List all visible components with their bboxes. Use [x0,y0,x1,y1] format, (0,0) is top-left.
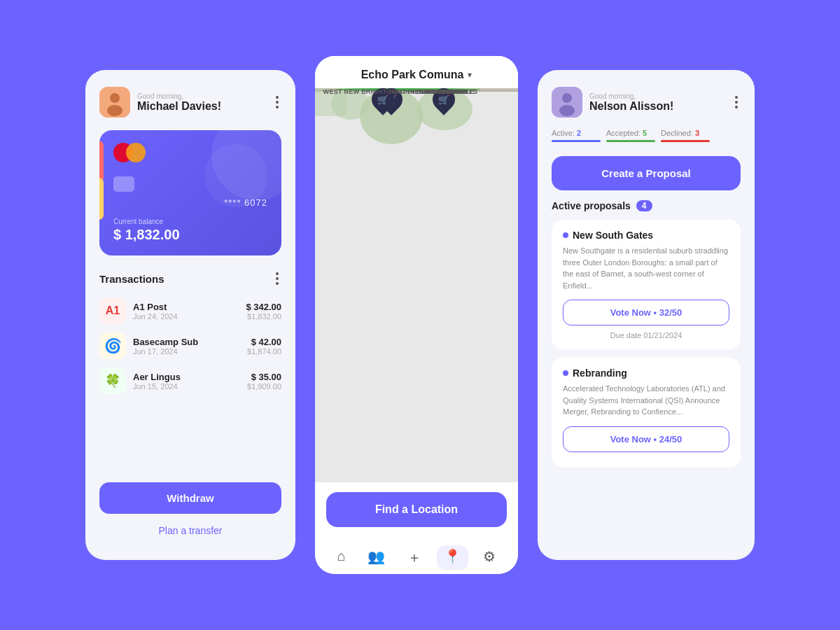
tx-name-aerlingus: Aer Lingus [133,372,240,382]
proposal-title-2: Rebranding [573,368,627,379]
stat-active-label: Active: 2 [552,129,601,137]
active-proposals-title: Active proposals [552,200,631,211]
due-date-1: Due date 01/21/2024 [563,331,729,340]
proposal-dot-1 [563,232,568,238]
tx-name-basecamp: Basecamp Sub [133,337,240,347]
map-label: TOMPKINSVILLE [421,88,475,95]
stat-declined-value: 3 [695,129,699,137]
proposal-header-1: New South Gates [563,230,729,241]
withdraw-button[interactable]: Withdraw [99,482,281,514]
banking-header: Good morning, Michael Davies! [99,87,281,118]
tx-balance-aerlingus: $1,909.00 [247,382,281,391]
banking-greeting: Good morning, [137,92,266,100]
proposals-panel: Good morning, Nelson Alisson! Active: 2 … [538,70,755,560]
tx-balance-basecamp: $1,874.00 [247,347,281,356]
nav-add[interactable]: ＋ [400,545,428,570]
proposals-greeting: Good morning, [589,92,725,100]
nav-home[interactable]: ⌂ [330,545,353,570]
stat-accepted-value: 5 [643,129,647,137]
tx-balance-a1post: $1,832.00 [246,312,281,321]
create-proposal-button[interactable]: Create a Proposal [552,156,741,190]
tx-icon-a1post: A1 [99,298,126,324]
map-footer: Find a Location [315,482,518,537]
card-balance-amount: $ 1,832.00 [113,227,267,243]
map-container[interactable]: WEST NEW BRIGHTON SILVER LAKE SUNNYSIDE … [315,88,518,482]
tx-info-a1post: A1 Post Jun 24, 2024 [133,302,239,321]
proposal-header-2: Rebranding [563,368,729,379]
map-navbar: ⌂ 👥 ＋ 📍 ⚙ [315,537,518,574]
map-label: WEST NEW BRIGHTON [323,88,397,95]
table-row[interactable]: A1 A1 Post Jun 24, 2024 $ 342.00 $1,832.… [99,298,281,324]
nav-location[interactable]: 📍 [437,545,468,570]
proposals-user-info: Good morning, Nelson Alisson! [589,92,725,113]
home-icon: ⌂ [337,548,346,564]
proposals-avatar [552,87,582,118]
transactions-menu[interactable] [273,270,281,288]
plan-transfer-button[interactable]: Plan a transfer [99,521,281,540]
vote-now-button-2[interactable]: Vote Now • 24/50 [563,426,729,452]
stat-bar-declined [661,140,710,142]
stat-declined: Declined: 3 [661,129,710,142]
nav-settings[interactable]: ⚙ [476,545,503,570]
proposals-header: Good morning, Nelson Alisson! [552,87,741,118]
tx-name-a1post: A1 Post [133,302,239,312]
tx-amount-a1post: $ 342.00 [246,302,281,312]
proposal-card-newsouthgates: New South Gates New Southgate is a resid… [552,220,741,349]
svg-point-5 [559,105,575,116]
stat-accepted-label: Accepted: 5 [606,129,655,137]
chevron-down-icon[interactable]: ▾ [468,70,472,80]
proposal-desc-2: Accelerated Technology Laboratories (ATL… [563,383,729,418]
banking-user-name: Michael Davies! [137,100,266,113]
card-balance-label: Current balance [113,218,267,225]
location-icon: 📍 [444,548,461,565]
transactions-list: A1 A1 Post Jun 24, 2024 $ 342.00 $1,832.… [99,298,281,468]
card-number: **** 6072 [113,197,267,208]
tx-amount-basecamp: $ 42.00 [247,337,281,347]
users-icon: 👥 [368,548,385,565]
banking-panel: Good morning, Michael Davies! **** 6072 … [85,70,295,560]
banking-user-info: Good morning, Michael Davies! [137,92,266,113]
credit-card: **** 6072 Current balance $ 1,832.00 [99,130,281,255]
sliders-icon: ⚙ [483,548,496,565]
banking-avatar [99,87,130,118]
tx-date-aerlingus: Jun 15, 2024 [133,382,240,391]
card-chip [113,176,134,192]
proposal-desc-1: New Southgate is a residential suburb st… [563,245,729,291]
proposals-stats: Active: 2 Accepted: 5 Declined: 3 [552,129,741,142]
transactions-title: Transactions [99,273,164,285]
nav-users[interactable]: 👥 [360,545,392,570]
tx-amounts-basecamp: $ 42.00 $1,874.00 [247,337,281,356]
svg-point-4 [562,93,572,103]
plus-icon: ＋ [407,548,421,567]
stat-bar-active [552,140,601,142]
svg-point-2 [107,105,122,116]
stat-active: Active: 2 [552,129,601,142]
stat-bar-accepted [606,140,655,142]
active-proposals-header: Active proposals 4 [552,200,741,211]
svg-point-1 [110,93,120,103]
card-accent-red [99,141,104,183]
proposals-count-badge: 4 [636,200,652,211]
tx-icon-aerlingus: 🍀 [99,368,126,394]
table-row[interactable]: 🍀 Aer Lingus Jun 15, 2024 $ 35.00 $1,909… [99,368,281,394]
find-location-button[interactable]: Find a Location [326,492,507,527]
proposals-user-name: Nelson Alisson! [589,100,725,113]
tx-icon-basecamp: 🌀 [99,332,126,359]
mastercard-logo [113,143,267,162]
tx-info-basecamp: Basecamp Sub Jun 17, 2024 [133,337,240,356]
map-panel: Echo Park Comuna ▾ [315,56,518,574]
tx-date-a1post: Jun 24, 2024 [133,312,239,321]
vote-now-button-1[interactable]: Vote Now • 32/50 [563,300,729,326]
proposal-title-1: New South Gates [573,230,653,241]
proposals-menu-button[interactable] [732,93,741,111]
tx-date-basecamp: Jun 17, 2024 [133,347,240,356]
banking-menu-button[interactable] [273,93,281,111]
mc-circle-orange [126,143,146,162]
map-location-name: Echo Park Comuna [361,69,464,81]
proposal-card-rebranding: Rebranding Accelerated Technology Labora… [552,358,741,468]
proposal-dot-2 [563,370,568,376]
card-accent-yellow [99,178,104,220]
table-row[interactable]: 🌀 Basecamp Sub Jun 17, 2024 $ 42.00 $1,8… [99,332,281,359]
tx-info-aerlingus: Aer Lingus Jun 15, 2024 [133,372,240,391]
tx-amounts-aerlingus: $ 35.00 $1,909.00 [247,372,281,391]
